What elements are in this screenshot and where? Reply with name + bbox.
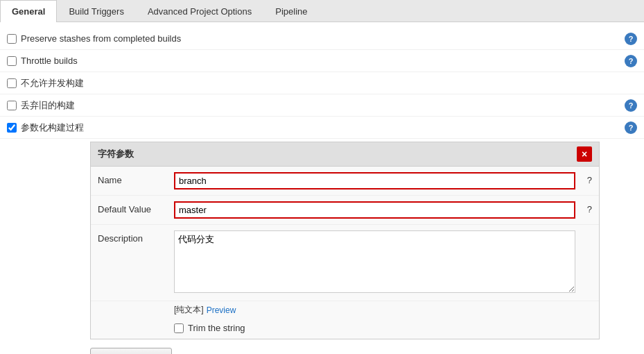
throttle-builds-checkbox[interactable]: [7, 56, 17, 66]
discard-old-label: 丢弃旧的构建: [21, 99, 75, 112]
format-prefix-label: [纯文本]: [174, 304, 204, 316]
config-row-parameterize: 参数化构建过程 ?: [0, 117, 644, 139]
preserve-stashes-label: Preserve stashes from completed builds: [21, 33, 181, 44]
throttle-builds-label: Throttle builds: [21, 56, 78, 66]
param-block-delete-button[interactable]: ×: [577, 146, 592, 162]
add-parameter-button[interactable]: Add Parameter ▾: [90, 348, 172, 354]
format-preview-link[interactable]: Preview: [207, 305, 236, 315]
param-description-label: Description: [98, 230, 174, 244]
config-row-no-concurrent: 不允许并发构建: [0, 72, 644, 94]
tab-general[interactable]: General: [0, 0, 57, 22]
trim-string-label: Trim the string: [188, 323, 245, 333]
tab-advanced-project-options[interactable]: Advanced Project Options: [136, 0, 263, 22]
config-row-preserve-stashes: Preserve stashes from completed builds ?: [0, 28, 644, 50]
tab-build-triggers[interactable]: Build Triggers: [57, 0, 135, 22]
param-block: 字符参数 × Name ? Default Value: [0, 139, 644, 342]
parameterize-checkbox[interactable]: [7, 123, 17, 133]
preserve-stashes-help-icon[interactable]: ?: [625, 33, 637, 45]
parameterize-label: 参数化构建过程: [21, 121, 84, 134]
throttle-builds-help-icon[interactable]: ?: [625, 55, 637, 67]
content-area: Preserve stashes from completed builds ?…: [0, 22, 644, 354]
trim-row: Trim the string: [91, 320, 599, 339]
param-default-row: Default Value ?: [91, 196, 599, 225]
add-param-row: Add Parameter ▾: [0, 342, 644, 354]
format-row: [纯文本] Preview: [91, 301, 599, 320]
no-concurrent-checkbox[interactable]: [7, 78, 17, 88]
param-default-input[interactable]: [174, 201, 575, 219]
no-concurrent-label: 不允许并发构建: [21, 77, 84, 90]
tab-pipeline[interactable]: Pipeline: [263, 0, 319, 22]
discard-old-help-icon[interactable]: ?: [625, 99, 637, 112]
param-default-help-icon[interactable]: ?: [587, 204, 592, 214]
param-default-input-wrapper: [174, 201, 575, 219]
config-row-discard-old: 丢弃旧的构建 ?: [0, 94, 644, 117]
param-name-input-wrapper: [174, 172, 575, 189]
param-name-row: Name ?: [91, 167, 599, 196]
param-block-header: 字符参数 ×: [91, 142, 599, 167]
param-name-label: Name: [98, 172, 174, 185]
param-description-input-wrapper: 代码分支: [174, 230, 575, 295]
preserve-stashes-checkbox[interactable]: [7, 34, 17, 44]
tabs-bar: General Build Triggers Advanced Project …: [0, 0, 644, 22]
param-description-row: Description 代码分支: [91, 225, 599, 301]
param-name-input[interactable]: [174, 172, 575, 189]
param-name-help-icon[interactable]: ?: [587, 175, 592, 185]
param-description-textarea[interactable]: 代码分支: [174, 230, 575, 293]
discard-old-checkbox[interactable]: [7, 101, 17, 110]
parameterize-help-icon[interactable]: ?: [625, 121, 637, 134]
trim-string-checkbox[interactable]: [174, 323, 184, 333]
param-default-label: Default Value: [98, 201, 174, 214]
param-block-title: 字符参数: [98, 148, 134, 160]
config-row-throttle-builds: Throttle builds ?: [0, 50, 644, 72]
